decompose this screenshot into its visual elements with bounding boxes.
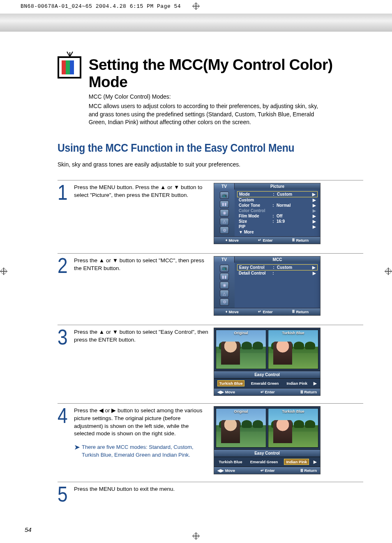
preview-footer: ◀▶ Move ↵ Enter Ⅲ Return [214,388,320,395]
crop-mark-bottom [192,531,200,542]
preview-option-turkish: Turkish Blue [217,459,244,464]
preview-option-indian: Indian Pink [285,381,309,386]
step-number: 4 [58,406,68,425]
step-number: 1 [58,183,68,202]
section-intro: Skin, sky and grass tones are easily adj… [58,161,363,168]
osd-easy-control-preview-indian: Original Turkish Blue Easy Control Turki… [214,406,321,474]
step-number: 2 [58,256,68,275]
osd-picture-menu: TVPicture 📺▮▮◉△⚙ Mode:Custom▶ Custom▶ Co… [214,183,321,244]
decorative-steel-bar [0,14,392,32]
page-title: Setting the MCC(My Control Color) Mode [89,56,363,91]
preview-image-original: Original [216,330,266,369]
step-text: Press the MENU button. Press the ▲ or ▼ … [74,183,210,199]
preview-bar-title: Easy Control [214,449,320,457]
preview-option-emerald: Emerald Green [249,381,281,386]
osd-row-film-mode: Film Mode:Off▶ [237,213,318,219]
osd-title-picture: Picture [235,183,320,189]
osd-row-color-control: Color Control▶ [237,208,318,213]
preview-image-original: Original [216,408,266,448]
step-note: ➤ There are five MCC modes: Standard, Cu… [74,444,210,458]
osd-row-color-tone: Color Tone:Normal▶ [237,203,318,208]
preview-options-row: Turkish Blue Emerald Green Indian Pink ▶ [214,379,320,388]
intro-paragraph: MCC allows users to adjust colors to acc… [89,102,327,127]
osd-easy-control-preview-turkish: Original Turkish Blue Easy Control Turki… [214,328,321,396]
scroll-arrow-icon: ▶ [314,460,317,464]
crop-mark-top [192,1,200,12]
step-3: 3 Press the ▲ or ▼ button to select "Eas… [58,325,363,396]
preview-footer: ◀▶ Move ↵ Enter Ⅲ Return [214,467,320,474]
osd-sidebar-icons: 📺▮▮◉△⚙ [214,189,235,236]
scroll-arrow-icon: ▶ [314,381,317,386]
osd-row-mode: Mode:Custom▶ [237,191,318,197]
step-1: 1 Press the MENU button. Press the ▲ or … [58,180,363,246]
subtitle-label: MCC (My Color Control) Modes: [89,93,363,100]
step-text: Press the ◀ or ▶ button to select among … [74,407,202,437]
section-heading: Using the MCC Function in the Easy Contr… [58,141,327,155]
step-4: 4 Press the ◀ or ▶ button to select amon… [58,403,363,474]
step-text: Press the MENU button to exit the menu. [74,485,210,493]
osd-row-easy-control: Easy Control:Custom▶ [237,264,318,270]
note-text: There are five MCC modes: Standard, Cust… [82,444,210,458]
osd-row-size: Size:16:9▶ [237,219,318,224]
preview-option-emerald: Emerald Green [249,459,280,464]
osd-mcc-menu: TVMCC 📺▮▮◉△⚙ Easy Control:Custom▶ Detail… [214,256,321,316]
tv-color-icon [58,56,81,79]
step-text: Press the ▲ or ▼ button to select "Easy … [74,328,210,344]
osd-footer: ♦Move ↵Enter ⅢReturn [214,236,320,244]
osd-sidebar-icons: 📺▮▮◉△⚙ [214,263,235,308]
step-5: 5 Press the MENU button to exit the menu… [58,482,363,504]
preview-bar-title: Easy Control [214,371,320,379]
preview-option-turkish: Turkish Blue [217,380,245,386]
osd-row-detail-control: Detail Control:▶ [237,270,318,276]
preview-options-row: Turkish Blue Emerald Green Indian Pink ▶ [214,457,320,467]
osd-footer: ♦Move ↵Enter ⅢReturn [214,308,320,315]
preview-option-indian: Indian Pink [284,459,309,465]
preview-image-applied: Turkish Blue [268,408,318,448]
osd-row-pip: PIP▶ [237,224,318,229]
step-text: Press the ▲ or ▼ button to select "MCC",… [74,256,210,273]
osd-title-tv: TV [214,183,235,189]
step-number: 3 [58,328,68,347]
note-arrow-icon: ➤ [74,444,80,458]
step-number: 5 [58,485,68,504]
osd-row-more: ▼ More [237,229,318,235]
step-2: 2 Press the ▲ or ▼ button to select "MCC… [58,253,363,317]
preview-image-applied: Turkish Blue [268,330,318,369]
page-number: 54 [25,526,32,533]
osd-row-custom: Custom▶ [237,197,318,203]
